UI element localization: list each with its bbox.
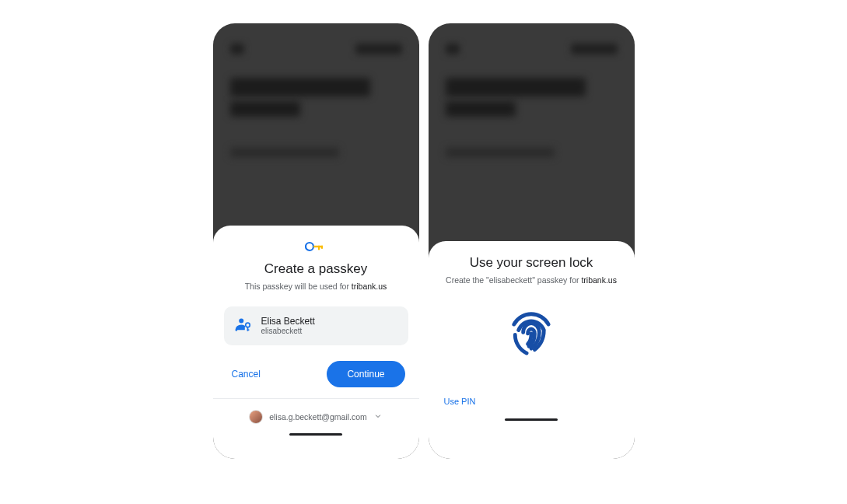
svg-rect-3 xyxy=(321,246,323,249)
phone-create-passkey: Create a passkey This passkey will be us… xyxy=(213,23,419,459)
bottom-sheet-screen-lock: Use your screen lock Create the "elisabe… xyxy=(429,241,635,459)
account-username: elisabeckett xyxy=(261,327,315,335)
svg-rect-2 xyxy=(318,246,320,250)
account-name: Elisa Beckett xyxy=(261,316,315,327)
cancel-button[interactable]: Cancel xyxy=(227,362,265,386)
avatar xyxy=(249,410,263,424)
svg-point-4 xyxy=(239,318,243,323)
use-pin-button[interactable]: Use PIN xyxy=(444,392,476,411)
account-email: elisa.g.beckett@gmail.com xyxy=(269,412,367,422)
sheet-subtitle: Create the "elisabeckett" passkey for tr… xyxy=(439,275,624,286)
account-selector[interactable]: elisa.g.beckett@gmail.com xyxy=(224,405,408,425)
sheet-subtitle: This passkey will be used for tribank.us xyxy=(224,281,408,292)
phone-screen-lock: Use your screen lock Create the "elisabe… xyxy=(429,23,635,459)
domain-text: tribank.us xyxy=(352,282,387,291)
home-indicator xyxy=(505,418,558,421)
sheet-title: Use your screen lock xyxy=(439,255,624,271)
svg-rect-7 xyxy=(247,329,249,330)
svg-point-0 xyxy=(306,243,313,250)
person-passkey-icon xyxy=(235,316,252,336)
bottom-sheet-create-passkey: Create a passkey This passkey will be us… xyxy=(213,226,419,459)
sheet-title: Create a passkey xyxy=(224,261,408,277)
account-card[interactable]: Elisa Beckett elisabeckett xyxy=(224,306,408,345)
divider xyxy=(213,398,419,399)
passkey-header-icon xyxy=(224,240,408,254)
chevron-down-icon xyxy=(373,410,383,424)
fingerprint-icon[interactable] xyxy=(502,300,560,361)
home-indicator xyxy=(289,433,342,436)
continue-button[interactable]: Continue xyxy=(327,361,404,387)
domain-text: tribank.us xyxy=(581,275,617,285)
svg-point-5 xyxy=(245,323,250,327)
